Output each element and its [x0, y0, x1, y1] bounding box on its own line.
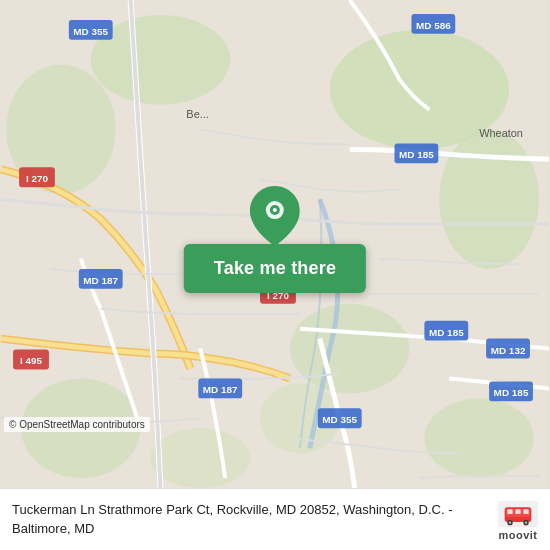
moovit-icon — [498, 499, 538, 529]
app: MD 355 MD 586 MD 185 MD 187 I 270 I 270 … — [0, 0, 550, 550]
button-overlay: Take me there — [184, 184, 366, 293]
svg-point-9 — [151, 428, 251, 488]
map-container: MD 355 MD 586 MD 185 MD 187 I 270 I 270 … — [0, 0, 550, 488]
moovit-brand-text: moovit — [498, 529, 537, 541]
svg-text:Wheaton: Wheaton — [479, 127, 523, 139]
location-pin-icon — [243, 184, 307, 248]
svg-point-2 — [439, 129, 539, 268]
svg-text:I 495: I 495 — [20, 356, 43, 367]
svg-point-45 — [525, 521, 528, 524]
svg-point-5 — [290, 304, 410, 394]
svg-text:MD 586: MD 586 — [416, 20, 451, 31]
take-me-there-button[interactable]: Take me there — [184, 244, 366, 293]
svg-point-7 — [424, 398, 534, 478]
svg-text:MD 355: MD 355 — [322, 414, 357, 425]
svg-text:I 270: I 270 — [26, 173, 49, 184]
svg-rect-46 — [507, 509, 512, 514]
svg-text:MD 185: MD 185 — [494, 387, 529, 398]
svg-point-44 — [509, 521, 512, 524]
bottom-bar: Tuckerman Ln Strathmore Park Ct, Rockvil… — [0, 488, 550, 550]
svg-text:MD 355: MD 355 — [73, 26, 108, 37]
osm-attribution: © OpenStreetMap contributors — [4, 417, 150, 432]
svg-text:MD 187: MD 187 — [83, 275, 118, 286]
svg-text:MD 185: MD 185 — [429, 327, 464, 338]
svg-rect-47 — [515, 509, 520, 514]
svg-point-38 — [273, 208, 277, 212]
svg-text:MD 132: MD 132 — [491, 345, 526, 356]
svg-text:MD 185: MD 185 — [399, 149, 434, 160]
svg-rect-48 — [523, 509, 528, 514]
svg-text:Be...: Be... — [186, 108, 209, 120]
svg-text:MD 187: MD 187 — [203, 384, 238, 395]
address-text: Tuckerman Ln Strathmore Park Ct, Rockvil… — [12, 501, 498, 537]
osm-attribution-text: © OpenStreetMap contributors — [9, 419, 145, 430]
moovit-logo: moovit — [498, 499, 538, 541]
